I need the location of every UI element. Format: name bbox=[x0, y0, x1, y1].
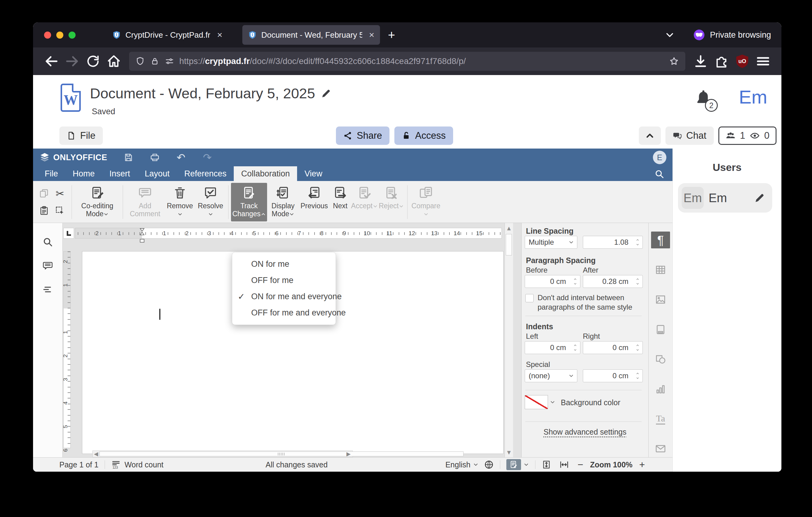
scroll-right-arrow[interactable]: ▶ bbox=[346, 451, 351, 457]
ublock-icon[interactable]: uO bbox=[734, 53, 750, 69]
lock-icon[interactable] bbox=[150, 56, 160, 66]
paste-icon[interactable] bbox=[39, 206, 49, 216]
background-color-swatch[interactable] bbox=[525, 395, 548, 409]
special-amount-field[interactable]: 0 cm bbox=[583, 370, 643, 382]
navigation-panel-icon[interactable] bbox=[42, 284, 53, 295]
print-icon[interactable] bbox=[150, 152, 160, 163]
scroll-up-arrow[interactable]: ▲ bbox=[505, 225, 513, 232]
back-button[interactable] bbox=[44, 53, 59, 69]
redo-icon[interactable]: ↷ bbox=[202, 152, 213, 163]
interval-checkbox[interactable] bbox=[525, 294, 533, 302]
menu-hamburger-icon[interactable] bbox=[755, 53, 771, 69]
language-selector[interactable]: English bbox=[445, 460, 470, 469]
shape-settings-tab[interactable] bbox=[651, 351, 670, 368]
previous-button[interactable]: Previous bbox=[299, 183, 329, 221]
textart-settings-tab[interactable]: Ta bbox=[651, 410, 670, 427]
ribbon-tab-home[interactable]: Home bbox=[65, 166, 102, 181]
ribbon-tab-references[interactable]: References bbox=[177, 166, 234, 181]
tab-stop-selector[interactable] bbox=[63, 228, 74, 239]
track-changes-status-toggle[interactable] bbox=[506, 459, 521, 470]
spin-down-icon[interactable] bbox=[635, 282, 640, 285]
spellcheck-globe-icon[interactable] bbox=[484, 460, 494, 469]
remove-button[interactable]: Remove bbox=[165, 183, 195, 221]
fit-width-icon[interactable] bbox=[559, 460, 569, 469]
scroll-left-arrow[interactable]: ◀ bbox=[94, 451, 98, 457]
spacing-after-field[interactable]: 0.28 cm bbox=[583, 275, 643, 288]
menu-item[interactable]: ✓ON for me and everyone bbox=[232, 289, 336, 305]
resolve-button[interactable]: Resolve bbox=[195, 183, 226, 221]
fit-page-icon[interactable] bbox=[542, 460, 551, 469]
presence-counter[interactable]: 1 0 bbox=[718, 127, 777, 145]
rename-pencil-icon[interactable] bbox=[321, 88, 332, 99]
vertical-ruler[interactable]: 21123456 bbox=[63, 251, 71, 448]
permissions-icon[interactable] bbox=[165, 56, 174, 66]
next-button[interactable]: Next bbox=[329, 183, 351, 221]
ribbon-tab-file[interactable]: File bbox=[37, 166, 65, 181]
chevron-down-icon[interactable] bbox=[523, 462, 529, 467]
spin-down-icon[interactable] bbox=[635, 376, 640, 380]
maximize-window-button[interactable] bbox=[68, 31, 76, 38]
ribbon-tab-insert[interactable]: Insert bbox=[102, 166, 138, 181]
bookmark-star-icon[interactable] bbox=[669, 56, 679, 66]
url-bar[interactable]: https://cryptpad.fr/doc/#/3/doc/edit/ff0… bbox=[129, 52, 685, 71]
tracking-shield-icon[interactable] bbox=[135, 56, 145, 66]
track-changes-button[interactable]: Track Changes bbox=[231, 183, 267, 221]
document-title[interactable]: Document - Wed, February 5, 2025 bbox=[90, 85, 332, 102]
mailmerge-settings-tab[interactable] bbox=[651, 440, 670, 457]
home-button[interactable] bbox=[106, 53, 122, 69]
ribbon-search-icon[interactable] bbox=[654, 169, 665, 179]
horizontal-scrollbar[interactable]: ◀ ▶ bbox=[92, 451, 353, 457]
spin-up-icon[interactable] bbox=[573, 344, 578, 347]
menu-item[interactable]: OFF for me bbox=[232, 272, 336, 289]
reload-button[interactable] bbox=[85, 53, 101, 69]
menu-item[interactable]: OFF for me and everyone bbox=[232, 305, 336, 321]
advanced-settings-link[interactable]: Show advanced settings bbox=[522, 428, 648, 436]
spin-up-icon[interactable] bbox=[635, 277, 640, 281]
indent-right-field[interactable]: 0 cm bbox=[583, 341, 643, 354]
spin-down-icon[interactable] bbox=[573, 282, 578, 285]
chart-settings-tab[interactable] bbox=[651, 381, 670, 398]
word-count-icon[interactable]: 123 bbox=[111, 460, 121, 469]
scroll-down-arrow[interactable]: ▼ bbox=[505, 449, 513, 456]
comments-panel-icon[interactable] bbox=[42, 260, 53, 271]
save-icon[interactable] bbox=[123, 152, 134, 163]
browser-tab[interactable]: CryptDrive - CryptPad.fr× bbox=[107, 25, 238, 45]
select-all-icon[interactable] bbox=[55, 206, 65, 216]
close-window-button[interactable] bbox=[44, 31, 51, 38]
menu-item[interactable]: ON for me bbox=[232, 256, 336, 272]
account-avatar[interactable]: Em bbox=[739, 86, 767, 108]
line-spacing-select[interactable]: Multiple bbox=[525, 236, 577, 249]
minimize-window-button[interactable] bbox=[56, 31, 63, 38]
spin-up-icon[interactable] bbox=[635, 372, 640, 375]
undo-icon[interactable]: ↶ bbox=[176, 152, 186, 163]
indent-left-field[interactable]: 0 cm bbox=[525, 341, 580, 354]
cut-icon[interactable]: ✂ bbox=[55, 188, 65, 199]
image-settings-tab[interactable] bbox=[651, 291, 670, 308]
close-tab-icon[interactable]: × bbox=[217, 30, 223, 40]
coediting-button[interactable]: Co-editing Mode bbox=[74, 183, 120, 221]
share-button[interactable]: Share bbox=[336, 127, 389, 145]
interval-checkbox-label[interactable]: Don't add interval betweenparagraphs of … bbox=[538, 293, 642, 312]
vertical-scroll-thumb[interactable] bbox=[506, 234, 512, 255]
spin-down-icon[interactable] bbox=[635, 348, 640, 352]
tab-list-chevron-icon[interactable] bbox=[665, 30, 675, 40]
spin-up-icon[interactable] bbox=[635, 344, 640, 347]
zoom-out-button[interactable]: − bbox=[576, 459, 585, 470]
file-button[interactable]: File bbox=[59, 127, 103, 145]
line-spacing-amount[interactable]: 1.08 bbox=[583, 236, 643, 249]
horizontal-ruler[interactable]: 21123456789101112131415 bbox=[75, 228, 502, 239]
spacing-before-field[interactable]: 0 cm bbox=[525, 275, 580, 288]
zoom-in-button[interactable]: + bbox=[637, 459, 647, 470]
ribbon-tab-layout[interactable]: Layout bbox=[137, 166, 177, 181]
spin-up-icon[interactable] bbox=[635, 238, 640, 242]
display-mode-button[interactable]: Display Mode bbox=[267, 183, 299, 221]
headerfooter-settings-tab[interactable] bbox=[651, 321, 670, 338]
close-tab-icon[interactable]: × bbox=[369, 30, 375, 40]
copy-icon[interactable] bbox=[39, 188, 49, 199]
page-indicator[interactable]: Page 1 of 1 bbox=[59, 460, 98, 469]
new-tab-button[interactable]: + bbox=[388, 28, 395, 42]
paragraph-settings-tab[interactable]: ¶ bbox=[651, 232, 670, 248]
word-count-label[interactable]: Word count bbox=[124, 460, 164, 469]
vertical-scrollbar[interactable]: ▲ ▼ bbox=[504, 223, 513, 457]
editor-user-avatar[interactable]: E bbox=[653, 151, 666, 164]
